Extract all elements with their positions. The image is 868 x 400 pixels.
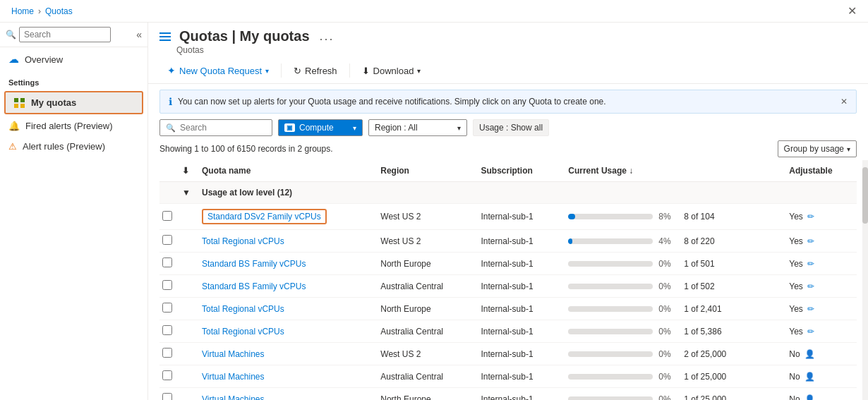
notification-text: You can now set up alerts for your Quota… <box>178 97 606 107</box>
adjustable-cell: No👤 <box>780 343 857 365</box>
subscription-cell: Internal-sub-1 <box>473 388 560 401</box>
row-checkbox[interactable] <box>162 280 172 290</box>
subscription-cell: Internal-sub-1 <box>473 275 560 298</box>
usage-cell: 0% 1 of 25,000 <box>560 365 780 388</box>
col-sort-icon[interactable]: ⬇ <box>179 160 193 182</box>
row-checkbox[interactable] <box>162 370 172 380</box>
row-checkbox-cell[interactable] <box>159 343 179 365</box>
row-checkbox[interactable] <box>162 235 172 245</box>
adjustable-value: No <box>789 394 800 401</box>
usage-bar-bg <box>568 214 653 219</box>
notification-close-button[interactable]: ✕ <box>840 97 848 107</box>
download-button[interactable]: ⬇ Download ▾ <box>354 61 429 80</box>
plus-icon: ✦ <box>167 65 176 76</box>
table-container: ⬇ Quota name Region Subscription Current… <box>148 160 868 400</box>
row-checkbox-cell[interactable] <box>159 230 179 253</box>
quota-link[interactable]: Standard BS Family vCPUs <box>202 259 306 269</box>
table-row: Standard BS Family vCPUs North Europe In… <box>159 253 857 275</box>
usage-pct: 0% <box>658 349 678 359</box>
sidebar-fired-alerts-label: Fired alerts (Preview) <box>25 121 113 131</box>
filter-search-input[interactable] <box>180 123 266 133</box>
usage-bar-bg <box>568 238 653 244</box>
download-chevron-icon: ▾ <box>417 67 421 75</box>
group-row: ▼ Usage at low level (12) <box>159 182 857 204</box>
new-quota-button[interactable]: ✦ New Quota Request ▾ <box>159 61 277 80</box>
sidebar-item-overview[interactable]: ☁ Overview <box>0 47 147 71</box>
close-button[interactable]: ✕ <box>848 4 857 18</box>
page-title: Quotas | My quotas <box>179 28 310 44</box>
quota-link[interactable]: Standard DSv2 Family vCPUs <box>207 212 321 222</box>
filter-search-box[interactable]: 🔍 <box>159 119 272 136</box>
col-quota-header[interactable]: Quota name <box>193 160 372 182</box>
more-options-button[interactable]: ... <box>320 29 334 44</box>
group-by-dropdown[interactable]: Group by usage ▾ <box>778 140 857 157</box>
usage-count: 2 of 25,000 <box>684 349 726 359</box>
edit-icon[interactable]: ✏ <box>807 327 814 337</box>
compute-dropdown[interactable]: ▣ Compute ▾ <box>278 119 363 136</box>
sidebar: 🔍 « ☁ Overview Settings <box>0 23 148 400</box>
quota-link[interactable]: Virtual Machines <box>202 349 265 359</box>
row-checkbox-cell[interactable] <box>159 298 179 320</box>
sidebar-item-my-quotas[interactable]: My quotas <box>4 91 143 114</box>
breadcrumb-quotas[interactable]: Quotas <box>45 6 73 16</box>
grid-icon <box>14 98 25 108</box>
region-cell: West US 2 <box>372 343 472 365</box>
edit-icon[interactable]: ✏ <box>807 304 814 314</box>
sidebar-item-fired-alerts[interactable]: 🔔 Fired alerts (Preview) <box>0 116 147 136</box>
row-checkbox-cell[interactable] <box>159 253 179 275</box>
adjustable-cell: Yes✏ <box>780 275 857 298</box>
edit-icon[interactable]: ✏ <box>807 281 814 291</box>
quota-link[interactable]: Standard BS Family vCPUs <box>202 281 306 291</box>
toolbar-separator-2 <box>349 63 350 78</box>
user-icon[interactable]: 👤 <box>804 394 815 401</box>
row-checkbox-cell[interactable] <box>159 365 179 388</box>
usage-label: Usage : Show all <box>479 123 543 133</box>
search-icon: 🔍 <box>166 123 176 133</box>
breadcrumb-home[interactable]: Home <box>11 6 34 16</box>
sidebar-collapse-icon[interactable]: « <box>136 29 142 40</box>
quota-link[interactable]: Total Regional vCPUs <box>202 236 284 246</box>
row-checkbox[interactable] <box>162 303 172 313</box>
user-icon[interactable]: 👤 <box>804 349 815 359</box>
quota-name-cell: Standard DSv2 Family vCPUs <box>193 204 372 230</box>
user-icon[interactable]: 👤 <box>804 372 815 382</box>
row-checkbox-cell[interactable] <box>159 320 179 343</box>
refresh-button[interactable]: ↻ Refresh <box>286 61 345 80</box>
edit-icon[interactable]: ✏ <box>807 259 814 269</box>
adjustable-value: Yes <box>789 212 803 222</box>
edit-icon[interactable]: ✏ <box>807 212 814 222</box>
row-checkbox[interactable] <box>162 325 172 335</box>
usage-count: 1 of 501 <box>684 259 714 269</box>
usage-pct: 0% <box>658 259 678 269</box>
quota-link[interactable]: Total Regional vCPUs <box>202 327 284 337</box>
table-row: Standard DSv2 Family vCPUs West US 2 Int… <box>159 204 857 230</box>
top-bar: Home › Quotas ✕ <box>0 0 868 23</box>
sidebar-overview-label: Overview <box>25 54 63 65</box>
row-checkbox-cell[interactable] <box>159 275 179 298</box>
quota-link[interactable]: Virtual Machines <box>202 394 265 401</box>
usage-bar-bg <box>568 329 653 334</box>
usage-bar-bg <box>568 374 653 380</box>
sidebar-search-input[interactable] <box>19 27 111 42</box>
usage-pct: 8% <box>658 212 678 222</box>
quota-link[interactable]: Total Regional vCPUs <box>202 304 284 314</box>
usage-bar-bg <box>568 351 653 357</box>
row-checkbox[interactable] <box>162 348 172 358</box>
menu-icon <box>159 32 171 41</box>
subscription-cell: Internal-sub-1 <box>473 343 560 365</box>
row-checkbox[interactable] <box>162 393 172 400</box>
usage-bar-bg <box>568 396 653 401</box>
region-dropdown[interactable]: Region : All ▾ <box>368 119 467 136</box>
quota-link[interactable]: Virtual Machines <box>202 372 265 382</box>
row-checkbox[interactable] <box>162 211 172 221</box>
group-chevron[interactable]: ▼ <box>179 182 193 204</box>
group-by-chevron-icon: ▾ <box>847 145 850 153</box>
row-checkbox[interactable] <box>162 257 172 267</box>
row-checkbox-cell[interactable] <box>159 204 179 230</box>
col-usage-header[interactable]: Current Usage ↓ <box>560 160 780 182</box>
edit-icon[interactable]: ✏ <box>807 236 814 246</box>
usage-tag[interactable]: Usage : Show all <box>473 119 549 136</box>
row-checkbox-cell[interactable] <box>159 388 179 401</box>
col-region-header: Region <box>372 160 472 182</box>
sidebar-item-alert-rules[interactable]: ⚠ Alert rules (Preview) <box>0 136 147 157</box>
